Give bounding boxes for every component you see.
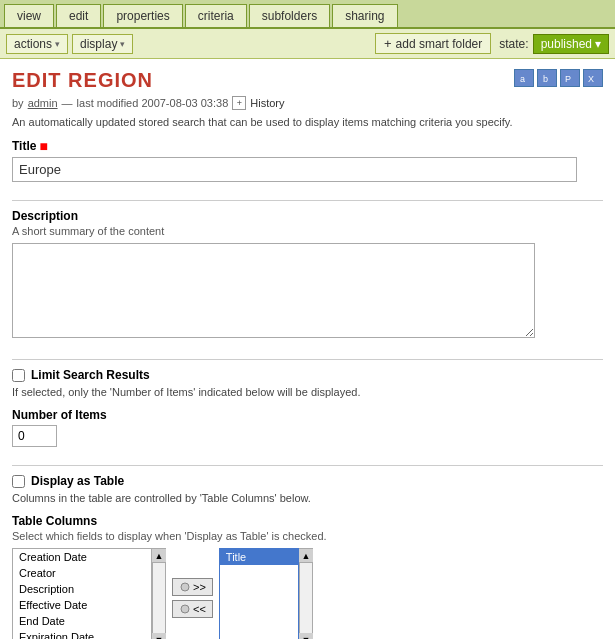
number-of-items-label: Number of Items xyxy=(12,408,603,422)
svg-text:b: b xyxy=(543,74,548,84)
meta-line: by admin — last modified 2007-08-03 03:3… xyxy=(12,96,285,110)
title-section: Edit Region by admin — last modified 200… xyxy=(12,69,285,116)
last-modified: last modified 2007-08-03 03:38 xyxy=(77,97,229,109)
display-as-table-row: Display as Table xyxy=(12,474,603,488)
display-arrow-icon: ▾ xyxy=(120,39,125,49)
list-item[interactable]: Expiration Date xyxy=(13,629,151,639)
actions-label: actions xyxy=(14,37,52,51)
add-smart-folder-button[interactable]: + add smart folder xyxy=(375,33,491,54)
limit-search-checkbox[interactable] xyxy=(12,369,25,382)
selected-list-wrapper: Title ▲ ▼ xyxy=(219,548,313,639)
page-description: An automatically updated stored search t… xyxy=(12,116,603,128)
page-title: Edit Region xyxy=(12,69,285,92)
table-columns-hint: Select which fields to display when 'Dis… xyxy=(12,530,603,542)
move-left-button[interactable]: << xyxy=(172,600,213,618)
tabs-bar: view edit properties criteria subfolders… xyxy=(0,0,615,29)
tab-subfolders[interactable]: subfolders xyxy=(249,4,330,27)
available-list-wrapper: Creation Date Creator Description Effect… xyxy=(12,548,166,639)
title-field-label: Title ■ xyxy=(12,138,603,154)
svg-text:P: P xyxy=(565,74,571,84)
tab-edit[interactable]: edit xyxy=(56,4,101,27)
list-item[interactable]: End Date xyxy=(13,613,151,629)
scroll-track xyxy=(153,563,165,633)
meta-separator: — xyxy=(62,97,73,109)
display-label: display xyxy=(80,37,117,51)
divider-2 xyxy=(12,359,603,360)
list-item[interactable]: Creation Date xyxy=(13,549,151,565)
author-link[interactable]: admin xyxy=(28,97,58,109)
state-value: published xyxy=(541,37,592,51)
selected-scroll-down-icon[interactable]: ▼ xyxy=(299,633,313,639)
state-label: state: xyxy=(499,37,528,51)
available-columns-list[interactable]: Creation Date Creator Description Effect… xyxy=(12,548,152,639)
move-right-label: >> xyxy=(193,581,206,593)
tab-criteria[interactable]: criteria xyxy=(185,4,247,27)
svg-text:X: X xyxy=(588,74,594,84)
move-right-icon xyxy=(179,581,191,593)
move-left-icon xyxy=(179,603,191,615)
required-indicator: ■ xyxy=(39,138,47,154)
move-right-button[interactable]: >> xyxy=(172,578,213,596)
selected-list-item[interactable]: Title xyxy=(220,549,298,565)
available-list-scrollbar[interactable]: ▲ ▼ xyxy=(152,548,166,639)
action-icons: a b P X xyxy=(514,69,603,87)
add-smart-folder-plus-icon: + xyxy=(384,36,392,51)
divider-3 xyxy=(12,465,603,466)
action-icon-2[interactable]: b xyxy=(537,69,557,87)
state-button[interactable]: published ▾ xyxy=(533,34,609,54)
number-of-items-input[interactable] xyxy=(12,425,57,447)
table-columns-label: Table Columns xyxy=(12,514,603,528)
divider-1 xyxy=(12,200,603,201)
title-input[interactable] xyxy=(12,157,577,182)
description-field-label: Description xyxy=(12,209,603,223)
history-icon: + xyxy=(232,96,246,110)
display-as-table-label: Display as Table xyxy=(31,474,124,488)
display-as-table-hint: Columns in the table are controlled by '… xyxy=(12,492,603,504)
export-icon[interactable]: X xyxy=(583,69,603,87)
svg-point-9 xyxy=(181,605,189,613)
description-hint: A short summary of the content xyxy=(12,225,603,237)
top-row: Edit Region by admin — last modified 200… xyxy=(12,69,603,116)
selected-columns-list[interactable]: Title xyxy=(219,548,299,639)
actions-button[interactable]: actions ▾ xyxy=(6,34,68,54)
selected-scroll-up-icon[interactable]: ▲ xyxy=(299,549,313,563)
svg-text:a: a xyxy=(520,74,525,84)
svg-point-8 xyxy=(181,583,189,591)
list-item[interactable]: Effective Date xyxy=(13,597,151,613)
toolbar: actions ▾ display ▾ + add smart folder s… xyxy=(0,29,615,59)
actions-arrow-icon: ▾ xyxy=(55,39,60,49)
print-icon[interactable]: P xyxy=(560,69,580,87)
table-columns-container: Creation Date Creator Description Effect… xyxy=(12,548,603,639)
selected-list-scrollbar[interactable]: ▲ ▼ xyxy=(299,548,313,639)
limit-search-row: Limit Search Results xyxy=(12,368,603,382)
move-buttons: >> << xyxy=(172,578,213,618)
move-left-label: << xyxy=(193,603,206,615)
list-item[interactable]: Creator xyxy=(13,565,151,581)
scroll-down-arrow-icon[interactable]: ▼ xyxy=(152,633,166,639)
tab-properties[interactable]: properties xyxy=(103,4,182,27)
display-as-table-checkbox[interactable] xyxy=(12,475,25,488)
state-arrow-icon: ▾ xyxy=(595,37,601,51)
description-textarea[interactable] xyxy=(12,243,535,338)
content-area: Edit Region by admin — last modified 200… xyxy=(0,59,615,639)
tab-view[interactable]: view xyxy=(4,4,54,27)
meta-by: by xyxy=(12,97,24,109)
limit-search-hint: If selected, only the 'Number of Items' … xyxy=(12,386,603,398)
list-item[interactable]: Description xyxy=(13,581,151,597)
history-button[interactable]: History xyxy=(250,97,284,109)
display-button[interactable]: display ▾ xyxy=(72,34,133,54)
selected-scroll-track xyxy=(300,563,312,633)
limit-search-label: Limit Search Results xyxy=(31,368,150,382)
action-icon-1[interactable]: a xyxy=(514,69,534,87)
scroll-up-arrow-icon[interactable]: ▲ xyxy=(152,549,166,563)
tab-sharing[interactable]: sharing xyxy=(332,4,397,27)
add-smart-folder-label: add smart folder xyxy=(396,37,483,51)
